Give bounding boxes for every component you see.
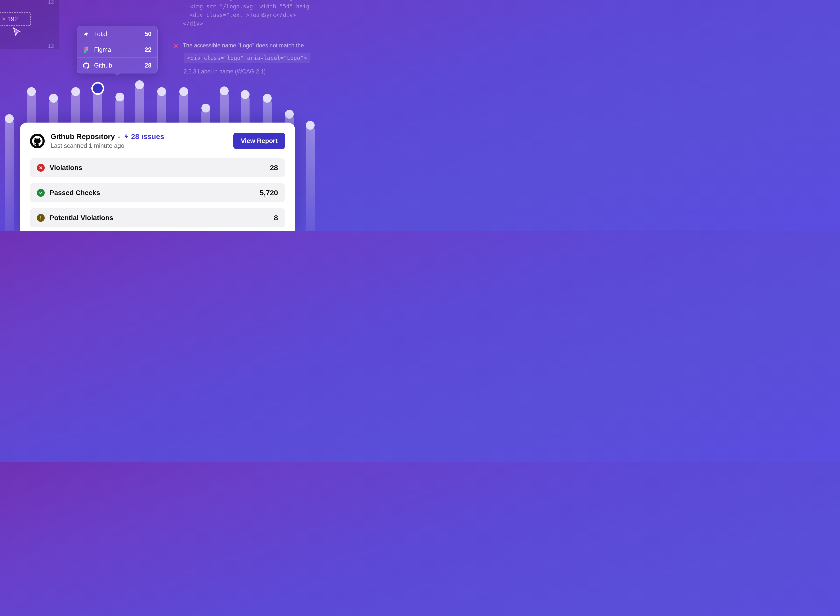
error-circle-icon — [37, 164, 45, 172]
error-row: ✕ The accessible name "Logo" does not ma… — [173, 42, 304, 50]
stat-row-violations[interactable]: Violations 28 — [30, 158, 285, 177]
cursor-icon — [12, 27, 22, 36]
ruler-value: 12 — [48, 43, 54, 49]
violations-value: 28 — [270, 164, 278, 172]
tooltip-row-github: Github 28 — [77, 58, 157, 73]
card-subtitle: Last scanned 1 minute ago — [51, 142, 227, 149]
chart-tooltip: Total 50 Figma 22 Github 28 — [77, 26, 158, 73]
stat-row-potential[interactable]: Potential Violations 8 — [30, 208, 285, 227]
chart-dot[interactable] — [220, 87, 229, 95]
chart-dot[interactable] — [285, 110, 294, 119]
ruler-dash: - — [53, 21, 54, 27]
chart-bar[interactable] — [5, 119, 14, 231]
github-icon — [83, 62, 89, 69]
view-report-button[interactable]: View Report — [233, 133, 285, 149]
chart-dot[interactable] — [5, 114, 14, 123]
selection-dimensions: 6 × 192 — [0, 12, 31, 26]
wcag-reference: 2.5.3 Label in name (WCAG 2.1) — [184, 68, 266, 75]
svg-point-0 — [84, 46, 86, 48]
tooltip-figma-value: 22 — [145, 46, 151, 53]
tooltip-github-label: Github — [94, 62, 140, 69]
tooltip-github-value: 28 — [145, 62, 151, 69]
dimensions-text: 6 × 192 — [0, 15, 18, 23]
svg-point-4 — [84, 51, 86, 53]
issues-count[interactable]: 28 issues — [123, 132, 164, 141]
stat-row-passed[interactable]: Passed Checks 5,720 — [30, 183, 285, 202]
warning-circle-icon — [37, 214, 45, 222]
tooltip-row-total: Total 50 — [77, 26, 157, 42]
passed-value: 5,720 — [259, 189, 278, 197]
chart-dot[interactable] — [306, 121, 315, 130]
tooltip-total-label: Total — [94, 31, 140, 38]
chart-dot[interactable] — [135, 80, 144, 89]
tooltip-row-figma: Figma 22 — [77, 42, 157, 58]
svg-point-2 — [84, 48, 86, 51]
svg-point-3 — [86, 48, 88, 51]
chart-dot[interactable] — [49, 94, 58, 103]
passed-label: Passed Checks — [50, 189, 259, 197]
chart-dot[interactable] — [263, 94, 272, 103]
error-code-snippet: <div class="logo" aria-label="Logo"> — [184, 53, 311, 63]
tooltip-total-value: 50 — [145, 31, 151, 38]
lightning-icon — [83, 31, 89, 38]
chart-dot[interactable] — [157, 87, 166, 96]
svg-point-5 — [41, 219, 41, 220]
chart-dot[interactable] — [71, 87, 80, 96]
error-x-icon: ✕ — [173, 43, 178, 50]
title-dash: - — [118, 132, 120, 141]
figma-icon — [83, 46, 89, 53]
card-title: Github Repository — [51, 132, 115, 141]
chart-bar[interactable] — [306, 125, 315, 231]
potential-label: Potential Violations — [50, 214, 274, 222]
report-card: Github Repository - 28 issues Last scann… — [20, 123, 295, 231]
tooltip-figma-label: Figma — [94, 46, 140, 53]
potential-value: 8 — [274, 214, 278, 222]
violations-label: Violations — [50, 164, 270, 172]
ruler-value: 12 — [48, 0, 54, 5]
code-snippet: <div class="logo" aria-label="Logo"> <im… — [183, 0, 309, 28]
error-message: The accessible name "Logo" does not matc… — [183, 42, 304, 49]
chart-dot[interactable] — [116, 92, 124, 101]
chart-dot[interactable] — [201, 104, 210, 113]
card-header: Github Repository - 28 issues Last scann… — [30, 132, 285, 149]
chart-dot[interactable] — [179, 87, 188, 96]
chart-dot[interactable] — [27, 87, 36, 96]
lightning-icon — [123, 133, 129, 139]
check-circle-icon — [37, 189, 45, 197]
chart-dot[interactable] — [91, 82, 104, 95]
github-avatar-icon — [30, 133, 45, 148]
svg-point-1 — [86, 46, 88, 48]
chart-dot[interactable] — [241, 90, 249, 99]
